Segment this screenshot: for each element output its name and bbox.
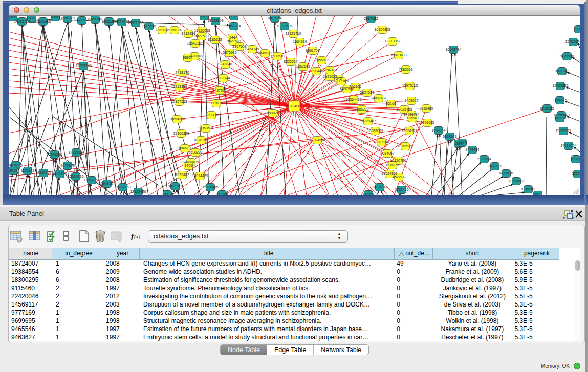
svg-text:1112: 1112 — [575, 27, 580, 31]
svg-text:10973493: 10973493 — [390, 53, 406, 57]
svg-text:7485063: 7485063 — [399, 68, 412, 71]
svg-text:10025458: 10025458 — [396, 107, 412, 111]
svg-text:12505135: 12505135 — [68, 174, 83, 178]
svg-text:8860124: 8860124 — [167, 28, 181, 32]
svg-text:785: 785 — [231, 16, 237, 18]
svg-text:162106: 162106 — [554, 116, 565, 120]
svg-text:20691406: 20691406 — [35, 19, 51, 23]
svg-text:16914479: 16914479 — [192, 174, 208, 178]
svg-text:(x): (x) — [134, 233, 141, 240]
svg-text:2718170: 2718170 — [175, 71, 189, 74]
svg-text:8535061: 8535061 — [9, 163, 23, 167]
svg-text:17359924: 17359924 — [68, 150, 84, 154]
svg-text:2867608: 2867608 — [232, 45, 246, 48]
svg-text:13325419: 13325419 — [285, 32, 301, 35]
svg-text:13226058: 13226058 — [194, 29, 210, 32]
svg-text:8912954: 8912954 — [181, 32, 195, 35]
svg-text:7632621: 7632621 — [488, 164, 502, 168]
svg-text:9527508: 9527508 — [227, 39, 241, 43]
svg-text:10543382: 10543382 — [187, 41, 203, 45]
svg-text:8471676: 8471676 — [499, 171, 513, 175]
svg-text:8454749: 8454749 — [245, 47, 259, 51]
svg-text:18900273: 18900273 — [265, 111, 280, 115]
svg-text:26206536: 26206536 — [46, 152, 62, 156]
svg-text:12213967: 12213967 — [384, 39, 400, 43]
svg-text:12093822: 12093822 — [552, 84, 568, 87]
svg-text:1733426: 1733426 — [395, 188, 408, 191]
svg-text:17957255: 17957255 — [83, 178, 99, 182]
svg-text:9975867: 9975867 — [60, 164, 74, 167]
svg-text:8267110: 8267110 — [205, 113, 219, 117]
svg-text:8813054: 8813054 — [268, 16, 281, 20]
svg-text:880: 880 — [29, 16, 35, 20]
svg-text:8186328: 8186328 — [208, 38, 222, 41]
svg-text:7515526: 7515526 — [142, 24, 156, 28]
svg-text:1145194: 1145194 — [53, 172, 67, 176]
svg-text:15692971: 15692971 — [555, 129, 571, 133]
svg-text:1615152: 1615152 — [385, 163, 399, 167]
svg-text:6794028: 6794028 — [322, 68, 336, 72]
svg-text:1640954: 1640954 — [431, 128, 445, 132]
svg-text:26053346: 26053346 — [75, 64, 91, 68]
svg-text:18807249: 18807249 — [373, 140, 389, 144]
svg-text:546: 546 — [229, 36, 235, 39]
svg-text:9227342: 9227342 — [555, 69, 569, 73]
svg-text:1664039: 1664039 — [293, 40, 307, 43]
svg-text:19654923: 19654923 — [401, 129, 417, 133]
svg-text:3624534: 3624534 — [360, 91, 374, 94]
svg-text:196549: 196549 — [406, 116, 418, 120]
svg-text:8878352: 8878352 — [194, 138, 208, 142]
svg-text:1156829: 1156829 — [21, 169, 35, 172]
svg-text:10120746: 10120746 — [390, 159, 406, 162]
svg-text:5875685: 5875685 — [223, 51, 236, 54]
svg-text:2935114: 2935114 — [477, 157, 491, 161]
svg-text:10653: 10653 — [50, 16, 60, 19]
svg-text:8322037: 8322037 — [284, 60, 297, 63]
svg-text:7955812: 7955812 — [315, 58, 329, 62]
svg-text:7625402: 7625402 — [175, 173, 189, 177]
svg-text:10688609: 10688609 — [367, 129, 383, 133]
svg-text:17016504: 17016504 — [560, 144, 576, 147]
svg-text:8215955: 8215955 — [540, 106, 554, 110]
svg-text:126753: 126753 — [572, 172, 580, 176]
svg-text:1065328: 1065328 — [60, 16, 74, 20]
svg-text:9242848: 9242848 — [218, 62, 232, 66]
svg-text:12942757: 12942757 — [35, 171, 51, 174]
svg-text:18724007: 18724007 — [286, 104, 302, 108]
svg-text:12353594: 12353594 — [198, 126, 213, 130]
svg-text:9474444: 9474444 — [465, 148, 479, 151]
svg-text:20364436: 20364436 — [345, 98, 361, 101]
svg-text:9197: 9197 — [458, 141, 466, 144]
svg-text:1588520: 1588520 — [270, 54, 284, 58]
svg-text:9777169: 9777169 — [334, 79, 348, 83]
svg-text:16033: 16033 — [199, 16, 209, 18]
svg-text:15720407: 15720407 — [360, 119, 376, 123]
svg-text:16782759: 16782759 — [115, 185, 130, 189]
svg-text:10654112: 10654112 — [509, 179, 525, 183]
svg-text:116753: 116753 — [570, 157, 580, 161]
svg-text:10807487: 10807487 — [371, 96, 386, 100]
svg-text:1621022: 1621022 — [323, 75, 337, 78]
svg-text:15716485: 15716485 — [202, 185, 218, 189]
svg-text:2803144: 2803144 — [216, 76, 230, 80]
svg-text:2087682: 2087682 — [364, 17, 378, 20]
svg-text:7857224: 7857224 — [227, 24, 241, 28]
svg-text:98907: 98907 — [183, 56, 193, 59]
svg-text:39159: 39159 — [9, 169, 18, 172]
svg-text:5938923: 5938923 — [443, 135, 456, 138]
svg-text:19218506: 19218506 — [276, 24, 292, 28]
svg-text:14055724: 14055724 — [14, 19, 30, 23]
svg-text:10107553: 10107553 — [171, 100, 187, 103]
svg-text:117006: 117006 — [211, 101, 223, 105]
svg-text:1527602: 1527602 — [75, 18, 89, 22]
svg-text:8427552: 8427552 — [212, 89, 226, 92]
svg-text:12923446: 12923446 — [130, 190, 146, 193]
svg-text:14099489: 14099489 — [183, 160, 199, 164]
svg-text:9899695: 9899695 — [420, 121, 434, 124]
svg-text:9115460: 9115460 — [420, 106, 433, 110]
svg-text:9827503: 9827503 — [194, 34, 208, 38]
svg-text:5698222: 5698222 — [188, 150, 202, 154]
svg-text:16033809: 16033809 — [207, 19, 223, 23]
svg-text:14136141: 14136141 — [372, 185, 387, 189]
svg-text:9463627: 9463627 — [404, 99, 418, 102]
